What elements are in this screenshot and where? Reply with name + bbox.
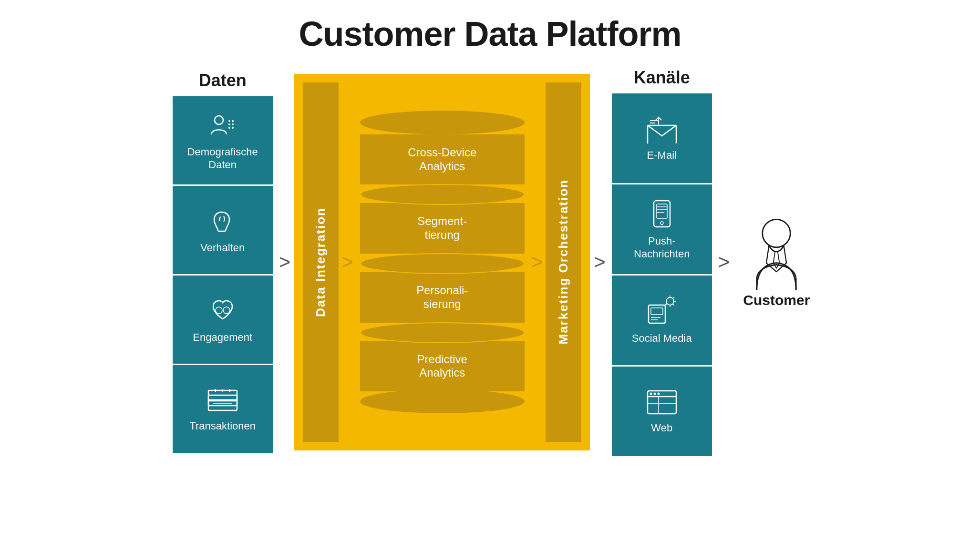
- kanaele-section: Kanäle E-Mail: [609, 68, 714, 456]
- push-icon: [650, 198, 674, 231]
- arrow-left: >: [279, 251, 291, 274]
- marketing-orchestration-label: Marketing Orchestration: [556, 179, 571, 345]
- svg-point-0: [215, 116, 223, 124]
- customer-label: Customer: [743, 292, 810, 308]
- main-layout: Daten DemografischeDaten: [29, 68, 951, 456]
- social-label: Social Media: [632, 332, 692, 345]
- daten-section: Daten DemografischeDaten: [170, 71, 275, 453]
- svg-point-31: [763, 219, 791, 247]
- database-cylinder: Cross-DeviceAnalytics Segment-tierung Pe…: [356, 82, 528, 442]
- data-item-behavior: Verhalten: [173, 186, 273, 274]
- svg-point-6: [232, 127, 234, 129]
- svg-point-23: [666, 297, 674, 305]
- arrow-right: >: [594, 251, 606, 274]
- center-arrow-right: >: [531, 82, 543, 442]
- behavior-label: Verhalten: [200, 242, 245, 254]
- page-title: Customer Data Platform: [299, 14, 681, 53]
- engagement-label: Engagement: [193, 331, 252, 344]
- data-integration-column: Data Integration: [303, 82, 339, 442]
- email-label: E-Mail: [647, 149, 677, 162]
- channel-item-email: E-Mail: [612, 93, 712, 183]
- data-integration-label: Data Integration: [313, 207, 328, 317]
- customer-icon: [745, 216, 807, 292]
- segment-predictive: PredictiveAnalytics: [417, 353, 467, 380]
- behavior-icon: [208, 207, 237, 238]
- svg-point-30: [657, 392, 660, 395]
- segment-cross-device: Cross-DeviceAnalytics: [408, 146, 476, 173]
- demographic-icon: [208, 112, 237, 142]
- email-icon: [645, 115, 679, 145]
- channel-item-push: Push-Nachrichten: [612, 184, 712, 274]
- center-arrow-left: >: [341, 82, 353, 442]
- svg-rect-13: [654, 201, 670, 227]
- data-item-engagement: Engagement: [173, 276, 273, 364]
- svg-rect-14: [657, 204, 667, 218]
- kanaele-header: Kanäle: [634, 68, 690, 88]
- transactions-label: Transaktionen: [189, 420, 256, 432]
- svg-point-7: [216, 307, 222, 314]
- channel-item-social: Social Media: [612, 276, 712, 365]
- engagement-icon: [208, 297, 237, 327]
- customer-section: Customer: [743, 216, 810, 308]
- daten-header: Daten: [199, 71, 247, 91]
- svg-point-2: [232, 120, 234, 122]
- svg-point-8: [223, 307, 230, 314]
- svg-rect-20: [651, 308, 663, 315]
- channel-items-list: E-Mail Push-Nachrichten: [612, 93, 712, 456]
- segment-segmentation: Segment-tierung: [417, 214, 467, 242]
- segment-personalization: Personali-sierung: [416, 284, 468, 311]
- push-label: Push-Nachrichten: [634, 235, 690, 260]
- svg-point-28: [650, 392, 652, 395]
- demographic-label: DemografischeDaten: [187, 146, 258, 171]
- social-media-icon: [646, 296, 677, 328]
- cdp-platform: Data Integration > Cross-DeviceAnalytics…: [294, 74, 590, 450]
- channel-item-web: Web: [612, 367, 712, 456]
- marketing-orchestration-column: Marketing Orchestration: [546, 82, 581, 442]
- svg-point-1: [228, 120, 230, 122]
- svg-point-5: [228, 127, 230, 129]
- svg-point-29: [653, 392, 656, 395]
- data-item-demographic: DemografischeDaten: [173, 96, 273, 184]
- transactions-icon: [206, 388, 239, 416]
- arrow-customer: >: [718, 251, 730, 274]
- data-items-list: DemografischeDaten Verhalten: [173, 96, 273, 453]
- svg-point-18: [660, 222, 663, 224]
- web-label: Web: [651, 422, 672, 434]
- web-icon: [645, 388, 679, 418]
- svg-point-4: [232, 123, 234, 125]
- data-item-transactions: Transaktionen: [173, 365, 273, 453]
- svg-point-3: [228, 123, 230, 125]
